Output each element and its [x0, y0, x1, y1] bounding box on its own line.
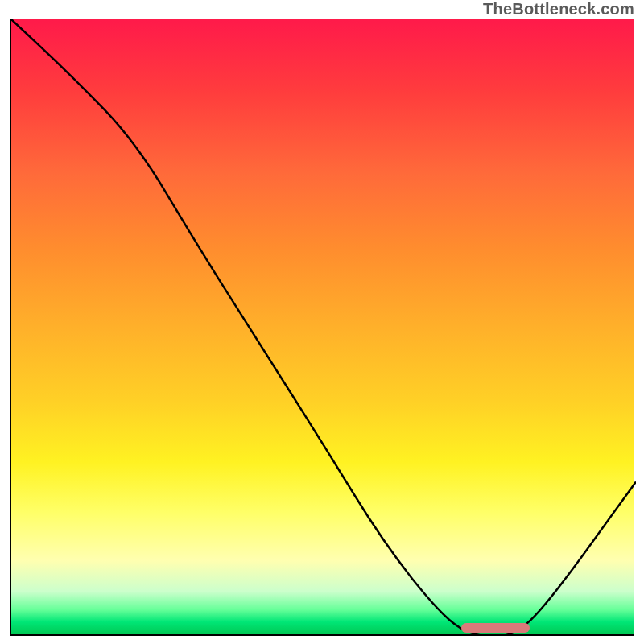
- watermark-label: TheBottleneck.com: [483, 0, 634, 19]
- optimal-range-marker: [461, 623, 530, 633]
- plot-area: [10, 19, 634, 636]
- chart-container: TheBottleneck.com: [0, 0, 644, 644]
- bottleneck-curve: [11, 19, 636, 636]
